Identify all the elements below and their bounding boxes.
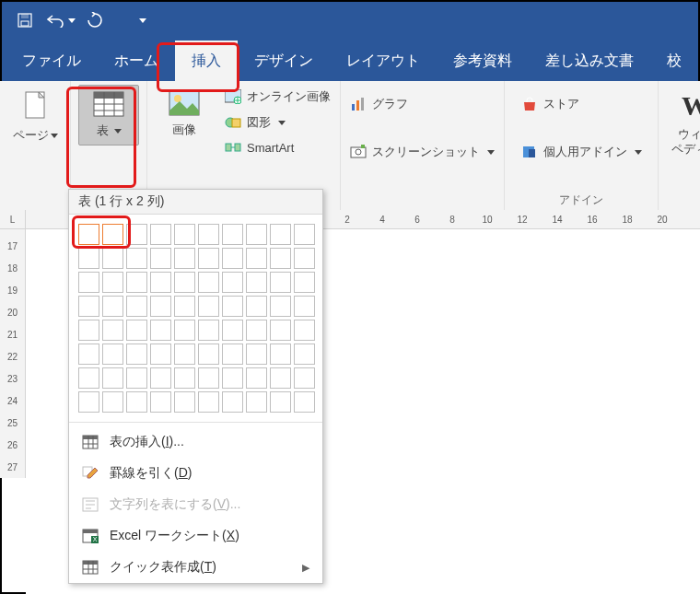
grid-cell[interactable]: [198, 320, 219, 341]
grid-cell[interactable]: [198, 296, 219, 317]
grid-cell[interactable]: [102, 224, 123, 245]
grid-cell[interactable]: [150, 344, 171, 365]
grid-cell[interactable]: [222, 367, 243, 389]
grid-cell[interactable]: [270, 224, 291, 245]
shapes-button[interactable]: 図形: [223, 112, 332, 133]
dropdown-item-draw[interactable]: 罫線を引く(D): [69, 458, 322, 489]
grid-cell[interactable]: [150, 296, 171, 317]
grid-cell[interactable]: [222, 272, 243, 293]
grid-cell[interactable]: [102, 391, 123, 413]
grid-cell[interactable]: [126, 248, 147, 269]
my-addins-button[interactable]: 個人用アドイン: [519, 142, 644, 162]
grid-cell[interactable]: [294, 344, 315, 365]
grid-cell[interactable]: [102, 344, 123, 365]
grid-cell[interactable]: [126, 367, 147, 389]
pages-button[interactable]: ページ: [6, 85, 64, 149]
grid-cell[interactable]: [174, 391, 195, 413]
wikipedia-button[interactable]: W ウィキ ペディア: [666, 85, 700, 161]
grid-cell[interactable]: [102, 320, 123, 341]
grid-cell[interactable]: [150, 367, 171, 389]
table-button[interactable]: 表: [78, 85, 139, 146]
dropdown-item-quick[interactable]: クイック表作成(T)▶: [69, 552, 322, 583]
grid-cell[interactable]: [78, 296, 99, 317]
grid-cell[interactable]: [150, 391, 171, 413]
grid-cell[interactable]: [270, 391, 291, 413]
grid-cell[interactable]: [294, 367, 315, 389]
grid-cell[interactable]: [198, 367, 219, 389]
grid-cell[interactable]: [246, 224, 267, 245]
grid-cell[interactable]: [222, 248, 243, 269]
grid-cell[interactable]: [294, 248, 315, 269]
grid-cell[interactable]: [222, 344, 243, 365]
grid-cell[interactable]: [222, 391, 243, 413]
grid-cell[interactable]: [78, 320, 99, 341]
grid-cell[interactable]: [174, 320, 195, 341]
grid-cell[interactable]: [78, 224, 99, 245]
grid-cell[interactable]: [294, 272, 315, 293]
chart-icon: [350, 97, 367, 111]
grid-cell[interactable]: [78, 391, 99, 413]
grid-cell[interactable]: [222, 320, 243, 341]
grid-cell[interactable]: [222, 224, 243, 245]
grid-cell[interactable]: [270, 320, 291, 341]
grid-cell[interactable]: [150, 248, 171, 269]
grid-cell[interactable]: [126, 296, 147, 317]
grid-cell[interactable]: [270, 272, 291, 293]
grid-cell[interactable]: [294, 296, 315, 317]
grid-cell[interactable]: [126, 344, 147, 365]
grid-cell[interactable]: [102, 248, 123, 269]
grid-cell[interactable]: [174, 224, 195, 245]
grid-cell[interactable]: [102, 367, 123, 389]
grid-cell[interactable]: [270, 248, 291, 269]
grid-cell[interactable]: [270, 367, 291, 389]
grid-cell[interactable]: [78, 248, 99, 269]
grid-cell[interactable]: [246, 296, 267, 317]
vertical-ruler[interactable]: 1718192021222324252627: [0, 229, 26, 478]
online-pictures-button[interactable]: オンライン画像: [223, 87, 332, 107]
grid-cell[interactable]: [150, 320, 171, 341]
grid-cell[interactable]: [126, 272, 147, 293]
grid-cell[interactable]: [78, 272, 99, 293]
grid-cell[interactable]: [198, 248, 219, 269]
store-button[interactable]: ストア: [519, 94, 644, 114]
grid-cell[interactable]: [102, 296, 123, 317]
grid-cell[interactable]: [246, 248, 267, 269]
grid-cell[interactable]: [294, 224, 315, 245]
grid-cell[interactable]: [174, 272, 195, 293]
chart-button[interactable]: グラフ: [348, 94, 496, 114]
grid-cell[interactable]: [174, 296, 195, 317]
grid-cell[interactable]: [126, 391, 147, 413]
table-size-grid[interactable]: [69, 215, 322, 418]
dropdown-item-insert[interactable]: 表の挿入(I)...: [69, 426, 322, 458]
screenshot-button[interactable]: スクリーンショット: [348, 142, 496, 162]
grid-cell[interactable]: [174, 344, 195, 365]
grid-cell[interactable]: [270, 344, 291, 365]
grid-cell[interactable]: [198, 224, 219, 245]
grid-cell[interactable]: [246, 391, 267, 413]
grid-cell[interactable]: [102, 272, 123, 293]
grid-cell[interactable]: [150, 224, 171, 245]
grid-cell[interactable]: [246, 367, 267, 389]
grid-cell[interactable]: [294, 320, 315, 341]
grid-cell[interactable]: [222, 296, 243, 317]
grid-cell[interactable]: [174, 248, 195, 269]
grid-cell[interactable]: [246, 272, 267, 293]
hruler-tick: 14: [540, 215, 575, 225]
pictures-button[interactable]: 画像: [155, 85, 214, 144]
dropdown-item-excel[interactable]: XExcel ワークシート(X): [69, 520, 322, 552]
grid-cell[interactable]: [126, 320, 147, 341]
grid-cell[interactable]: [78, 344, 99, 365]
grid-cell[interactable]: [174, 367, 195, 389]
grid-cell[interactable]: [246, 320, 267, 341]
grid-cell[interactable]: [246, 344, 267, 365]
svg-rect-5: [94, 92, 123, 99]
smartart-button[interactable]: SmartArt: [223, 138, 332, 157]
grid-cell[interactable]: [198, 272, 219, 293]
grid-cell[interactable]: [198, 344, 219, 365]
grid-cell[interactable]: [126, 224, 147, 245]
grid-cell[interactable]: [198, 391, 219, 413]
grid-cell[interactable]: [78, 367, 99, 389]
grid-cell[interactable]: [270, 296, 291, 317]
grid-cell[interactable]: [294, 391, 315, 413]
grid-cell[interactable]: [150, 272, 171, 293]
